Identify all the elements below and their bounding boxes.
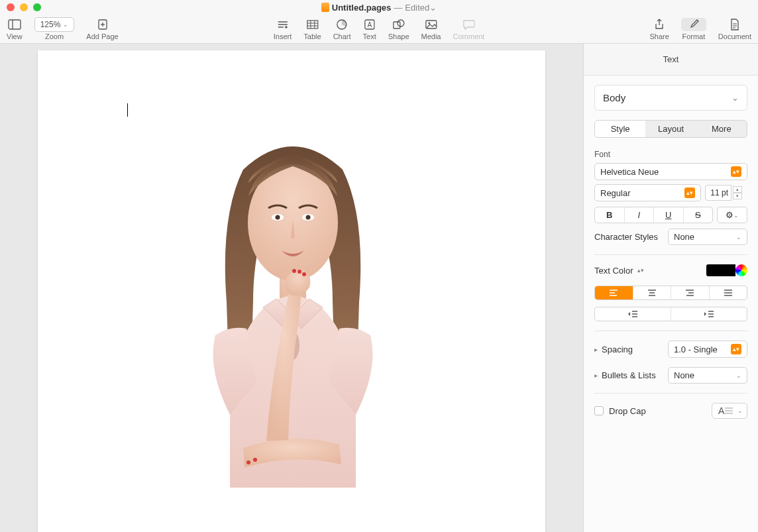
zoom-button[interactable]: 125%⌄ Zoom: [34, 18, 75, 40]
font-weight-dropdown[interactable]: Regular ▴▾: [594, 184, 701, 201]
add-page-button[interactable]: Add Page: [86, 18, 118, 40]
text-button[interactable]: A Text: [363, 18, 376, 40]
add-page-icon: [97, 19, 108, 30]
font-advanced-button[interactable]: ⚙⌄: [717, 207, 747, 223]
drop-cap-preview-icon: A: [716, 405, 733, 417]
paintbrush-icon: [688, 19, 700, 30]
page[interactable]: [38, 50, 545, 532]
document-name: Untitled.pages: [332, 3, 392, 13]
updown-icon: ▴▾: [731, 344, 741, 354]
indent-controls: [594, 307, 747, 321]
svg-rect-18: [394, 22, 400, 28]
svg-text:A: A: [718, 405, 725, 416]
inspector-subtabs: Style Layout More: [594, 120, 747, 138]
document-icon: [730, 19, 739, 30]
insert-icon: [277, 20, 289, 29]
font-family-dropdown[interactable]: Helvetica Neue ▴▾: [594, 163, 747, 180]
svg-point-19: [398, 20, 404, 27]
svg-point-35: [246, 460, 250, 464]
updown-icon: ▴▾: [684, 187, 695, 198]
window-titlebar: Untitled.pages — Edited⌄: [0, 0, 758, 15]
svg-point-32: [302, 272, 306, 276]
svg-rect-10: [307, 21, 317, 28]
drop-cap-label: Drop Cap: [609, 406, 646, 416]
svg-text:A: A: [367, 21, 372, 28]
font-size-stepper[interactable]: ▴▾: [733, 186, 742, 199]
document-status[interactable]: Edited⌄: [405, 3, 437, 13]
indent-button[interactable]: [671, 307, 747, 321]
svg-point-28: [276, 215, 280, 220]
fullscreen-window-button[interactable]: [33, 3, 41, 11]
svg-point-34: [292, 269, 296, 273]
share-button[interactable]: Share: [650, 18, 669, 40]
comment-button[interactable]: Comment: [453, 18, 485, 40]
chart-icon: [336, 19, 348, 30]
format-button[interactable]: Format: [681, 18, 706, 40]
spacing-dropdown[interactable]: 1.0 - Single ▴▾: [668, 341, 747, 358]
align-left-button[interactable]: [595, 286, 633, 299]
svg-point-21: [428, 22, 430, 24]
paragraph-style-dropdown[interactable]: Body ⌄: [594, 85, 747, 111]
bold-button[interactable]: B: [595, 207, 625, 223]
align-center-button[interactable]: [633, 286, 672, 299]
share-icon: [655, 19, 664, 30]
text-cursor: [127, 103, 128, 117]
gear-icon: ⚙: [726, 210, 733, 220]
chart-button[interactable]: Chart: [333, 18, 351, 40]
content-area: Text Body ⌄ Style Layout More Font Helve…: [0, 44, 758, 532]
svg-point-33: [298, 270, 301, 274]
strikethrough-button[interactable]: S: [684, 207, 713, 223]
bullets-disclosure[interactable]: ▸Bullets & Lists: [594, 370, 656, 380]
format-inspector: Text Body ⌄ Style Layout More Font Helve…: [583, 44, 758, 532]
drop-cap-style-dropdown[interactable]: A ⌄: [712, 403, 747, 419]
document-button[interactable]: Document: [718, 18, 751, 40]
toolbar: View 125%⌄ Zoom Add Page Insert Table Ch…: [0, 15, 758, 44]
window-controls: [7, 3, 41, 11]
outdent-button[interactable]: [595, 307, 671, 321]
comment-icon: [462, 19, 474, 30]
subtab-layout[interactable]: Layout: [645, 121, 696, 137]
svg-point-36: [253, 458, 257, 462]
shape-button[interactable]: Shape: [388, 18, 409, 40]
underline-button[interactable]: U: [654, 207, 684, 223]
media-button[interactable]: Media: [421, 18, 441, 40]
subtab-style[interactable]: Style: [595, 121, 645, 137]
view-button[interactable]: View: [7, 18, 23, 40]
bullets-dropdown[interactable]: None ⌄: [668, 367, 747, 384]
font-size-field[interactable]: 11 pt ▴▾: [705, 184, 747, 201]
document-canvas[interactable]: [0, 44, 583, 532]
chevron-down-icon: ⌄: [736, 234, 741, 240]
text-color-swatch[interactable]: [706, 264, 735, 276]
table-button[interactable]: Table: [303, 18, 321, 40]
font-section-label: Font: [594, 150, 747, 159]
text-icon: A: [364, 19, 375, 30]
sidebar-icon: [8, 19, 21, 30]
pages-doc-icon: [321, 3, 329, 12]
updown-icon: ▴▾: [731, 166, 741, 177]
text-color-label[interactable]: Text Color ▴▾: [594, 266, 644, 276]
media-icon: [425, 20, 437, 29]
table-icon: [306, 20, 318, 29]
shape-icon: [393, 19, 405, 30]
insert-button[interactable]: Insert: [274, 18, 292, 40]
svg-rect-0: [9, 20, 21, 29]
character-styles-label: Character Styles: [594, 232, 658, 242]
character-styles-dropdown[interactable]: None ⌄: [668, 229, 747, 245]
horizontal-alignment: [594, 286, 747, 300]
align-justify-button[interactable]: [710, 286, 747, 299]
inserted-image[interactable]: [170, 130, 415, 488]
inspector-tab-text[interactable]: Text: [584, 44, 758, 76]
color-picker-button[interactable]: [735, 264, 747, 276]
chevron-down-icon: ⌄: [731, 93, 739, 103]
chevron-down-icon: ⌄: [736, 372, 741, 379]
subtab-more[interactable]: More: [696, 121, 747, 137]
drop-cap-checkbox[interactable]: [594, 406, 604, 415]
chevron-down-icon: ⌄: [737, 407, 743, 414]
svg-point-30: [306, 215, 311, 220]
italic-button[interactable]: I: [625, 207, 655, 223]
document-title: Untitled.pages — Edited⌄: [0, 3, 758, 13]
spacing-disclosure[interactable]: ▸Spacing: [594, 345, 633, 354]
close-window-button[interactable]: [7, 3, 15, 11]
align-right-button[interactable]: [671, 286, 710, 299]
minimize-window-button[interactable]: [20, 3, 28, 11]
